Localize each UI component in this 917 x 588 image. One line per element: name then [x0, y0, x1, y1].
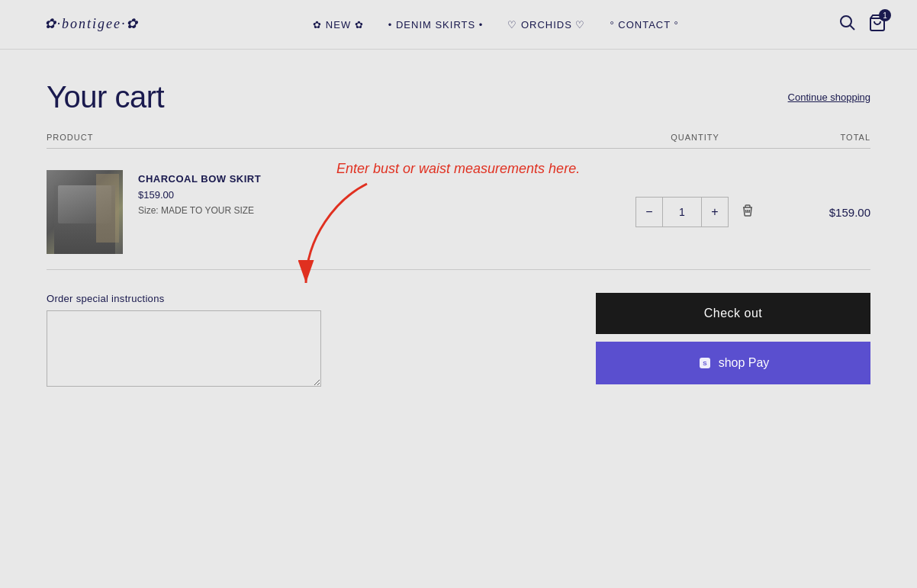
- main-nav: ✿ NEW ✿ • DENIM SKIRTS • ♡ ORCHIDS ♡ ° C…: [313, 19, 679, 31]
- svg-line-6: [746, 210, 747, 213]
- nav-item-contact[interactable]: ° CONTACT °: [610, 19, 679, 31]
- logo-text: ✿·bontigee·✿: [44, 16, 140, 31]
- item-total: $159.00: [779, 206, 870, 219]
- quantity-column-header: QUANTITY: [611, 133, 779, 142]
- instructions-section: Order special instructions: [47, 293, 565, 390]
- qty-decrease-button[interactable]: −: [635, 197, 663, 227]
- cart-item-row: CHARCOAL BOW SKIRT $159.00 Size: MADE TO…: [47, 155, 870, 270]
- product-details: CHARCOAL BOW SKIRT $159.00 Size: MADE TO…: [138, 170, 261, 216]
- product-price: $159.00: [138, 189, 261, 201]
- svg-point-0: [841, 16, 851, 27]
- product-image: [47, 170, 123, 254]
- shop-pay-icon: S: [697, 355, 713, 371]
- header-icons: 1: [839, 14, 886, 35]
- checkout-button[interactable]: Check out: [596, 293, 870, 334]
- nav-item-orchids[interactable]: ♡ ORCHIDS ♡: [507, 19, 585, 31]
- checkout-section: Check out S shop Pay: [596, 293, 870, 384]
- table-header: PRODUCT QUANTITY TOTAL: [47, 133, 870, 149]
- product-size: Size: MADE TO YOUR SIZE: [138, 205, 261, 216]
- svg-text:S: S: [703, 360, 707, 367]
- product-name: CHARCOAL BOW SKIRT: [138, 173, 261, 185]
- cart-title: Your cart: [47, 80, 164, 114]
- qty-value-display: 1: [663, 197, 701, 227]
- continue-shopping-link[interactable]: Continue shopping: [788, 92, 870, 103]
- total-column-header: TOTAL: [779, 133, 870, 142]
- product-column-header: PRODUCT: [47, 133, 611, 142]
- qty-stepper: − 1 +: [635, 197, 729, 227]
- delete-item-button[interactable]: [741, 204, 755, 220]
- cart-header: Your cart Continue shopping: [47, 80, 870, 114]
- nav-item-new[interactable]: ✿ NEW ✿: [313, 19, 364, 31]
- shop-pay-logo: S shop Pay: [697, 355, 770, 371]
- svg-line-5: [749, 210, 750, 213]
- instructions-textarea[interactable]: [47, 310, 321, 387]
- qty-increase-button[interactable]: +: [701, 197, 729, 227]
- cart-bottom: Order special instructions Check out S s…: [47, 293, 870, 390]
- cart-badge: 1: [879, 9, 891, 21]
- site-logo[interactable]: ✿·bontigee·✿: [31, 16, 153, 33]
- search-icon[interactable]: [839, 14, 856, 35]
- quantity-control: − 1 +: [611, 197, 779, 227]
- svg-line-1: [850, 25, 854, 30]
- nav-item-denim-skirts[interactable]: • DENIM SKIRTS •: [388, 19, 484, 31]
- shop-pay-button[interactable]: S shop Pay: [596, 342, 870, 384]
- product-info: CHARCOAL BOW SKIRT $159.00 Size: MADE TO…: [47, 170, 611, 254]
- cart-icon[interactable]: 1: [868, 14, 886, 35]
- instructions-label: Order special instructions: [47, 293, 565, 304]
- shop-pay-text: shop Pay: [719, 356, 770, 370]
